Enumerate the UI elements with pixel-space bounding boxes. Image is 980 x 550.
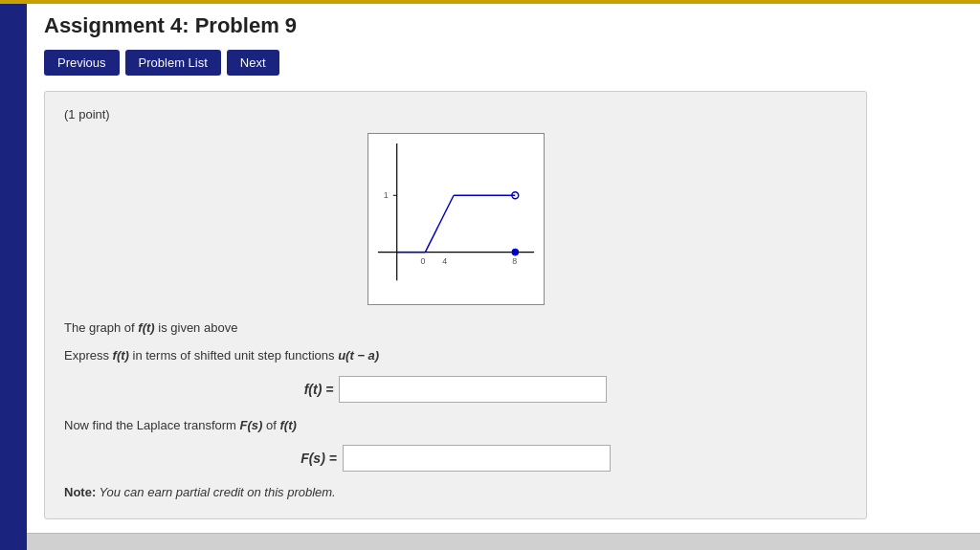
svg-text:4: 4 [442,256,447,266]
previous-button[interactable]: Previous [44,50,120,76]
f-t-3-label: f(t) [279,418,296,432]
f-t-label: f(t) [138,320,154,335]
svg-text:1: 1 [383,190,388,200]
ft-input[interactable] [339,376,607,403]
express-description: Express f(t) in terms of shifted unit st… [64,346,847,366]
u-expr-label: u(t − a) [338,348,379,363]
graph-svg: 0 4 8 1 [368,134,544,304]
f-t-2-label: f(t) [113,348,129,363]
of-ft-label: of [262,418,279,432]
svg-point-11 [511,249,518,255]
problem-list-button[interactable]: Problem List [125,50,221,76]
svg-text:0: 0 [420,256,425,266]
nav-buttons: Previous Problem List Next [44,50,961,76]
laplace-description: Now find the Laplace transform F(s) of f… [64,416,847,436]
desc-1: The graph of [64,320,138,335]
ft-equation-row: f(t) = [64,376,847,403]
express-rest: in terms of shifted unit step functions [129,348,338,363]
next-button[interactable]: Next [227,50,279,76]
svg-line-8 [425,195,454,252]
problem-area: (1 point) 0 4 8 1 [44,91,867,519]
graph-box: 0 4 8 1 [368,133,545,305]
svg-text:8: 8 [512,256,517,266]
left-accent-tab [0,53,27,91]
point-label: (1 point) [64,107,847,121]
Fs-input[interactable] [343,445,611,472]
Fs-eq-label: F(s) = [301,451,337,466]
bottom-bar [0,533,980,550]
description-graph: The graph of f(t) is given above [64,319,847,339]
note-row: Note: You can earn partial credit on thi… [64,485,847,499]
main-content: Assignment 4: Problem 9 Previous Problem… [34,4,980,539]
note-content: You can earn partial credit on this prob… [96,485,336,499]
F-s-label: F(s) [240,418,263,432]
Fs-equation-row: F(s) = [64,445,847,472]
note-bold-label: Note: [64,485,96,499]
laplace-label: Now find the Laplace transform [64,418,240,432]
graph-container: 0 4 8 1 [64,133,847,305]
express-label: Express [64,348,113,363]
page-title: Assignment 4: Problem 9 [44,13,961,38]
desc-2: is given above [155,320,238,335]
ft-eq-label: f(t) = [304,382,334,397]
page-wrapper: Assignment 4: Problem 9 Previous Problem… [0,0,980,550]
